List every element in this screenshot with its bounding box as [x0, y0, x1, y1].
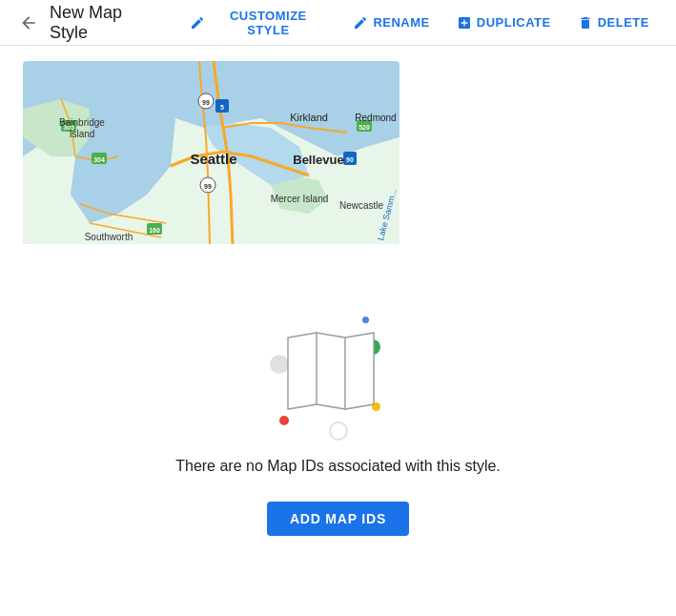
svg-text:Kirkland: Kirkland	[290, 112, 328, 123]
svg-text:Bainbridge: Bainbridge	[59, 117, 105, 128]
duplicate-icon	[457, 15, 472, 31]
folded-map-icon	[283, 328, 379, 414]
dot-blue-top	[362, 317, 369, 323]
delete-label: DELETE	[598, 15, 649, 30]
svg-marker-32	[288, 333, 317, 409]
page-header: New Map Style CUSTOMIZE STYLE RENAME DUP…	[0, 0, 676, 46]
svg-text:Island: Island	[70, 129, 95, 139]
empty-state: There are no Map IDs associated with thi…	[23, 275, 653, 566]
rename-label: RENAME	[373, 15, 429, 30]
svg-marker-33	[317, 333, 345, 409]
rename-icon	[353, 15, 368, 31]
svg-text:99: 99	[202, 99, 210, 106]
svg-text:Mercer Island: Mercer Island	[271, 194, 329, 204]
svg-text:Seattle: Seattle	[190, 151, 236, 167]
svg-text:Redmond: Redmond	[355, 113, 396, 123]
main-content: 5 90 99 99 520 305 304 160 Bainbridge Is…	[0, 46, 676, 582]
map-image: 5 90 99 99 520 305 304 160 Bainbridge Is…	[23, 61, 399, 244]
svg-text:Newcastle: Newcastle	[339, 200, 384, 211]
map-preview: 5 90 99 99 520 305 304 160 Bainbridge Is…	[23, 61, 399, 244]
dot-white-circle	[329, 421, 348, 441]
add-map-ids-button[interactable]: ADD MAP IDS	[267, 502, 409, 536]
svg-text:Bellevue: Bellevue	[293, 153, 343, 167]
svg-text:160: 160	[149, 227, 160, 234]
svg-text:304: 304	[93, 156, 105, 163]
page-title: New Map Style	[50, 3, 163, 43]
svg-text:90: 90	[346, 156, 354, 163]
empty-illustration	[253, 290, 424, 442]
duplicate-button[interactable]: DUPLICATE	[445, 10, 563, 36]
delete-button[interactable]: DELETE	[566, 10, 661, 36]
duplicate-label: DUPLICATE	[477, 15, 551, 30]
svg-text:5: 5	[220, 104, 224, 111]
svg-marker-34	[345, 333, 374, 409]
customize-style-button[interactable]: CUSTOMIZE STYLE	[178, 3, 338, 43]
trash-icon	[578, 15, 593, 31]
svg-text:Southworth: Southworth	[85, 232, 133, 242]
header-actions: CUSTOMIZE STYLE RENAME DUPLICATE DELETE	[178, 3, 661, 43]
back-button[interactable]	[15, 10, 42, 36]
dot-red	[279, 416, 289, 425]
arrow-back-icon	[19, 13, 38, 32]
svg-text:520: 520	[358, 124, 370, 131]
customize-icon	[190, 15, 205, 31]
empty-message: There are no Map IDs associated with thi…	[175, 458, 501, 475]
rename-button[interactable]: RENAME	[341, 10, 440, 36]
svg-text:99: 99	[204, 183, 212, 190]
customize-label: CUSTOMIZE STYLE	[210, 9, 326, 37]
